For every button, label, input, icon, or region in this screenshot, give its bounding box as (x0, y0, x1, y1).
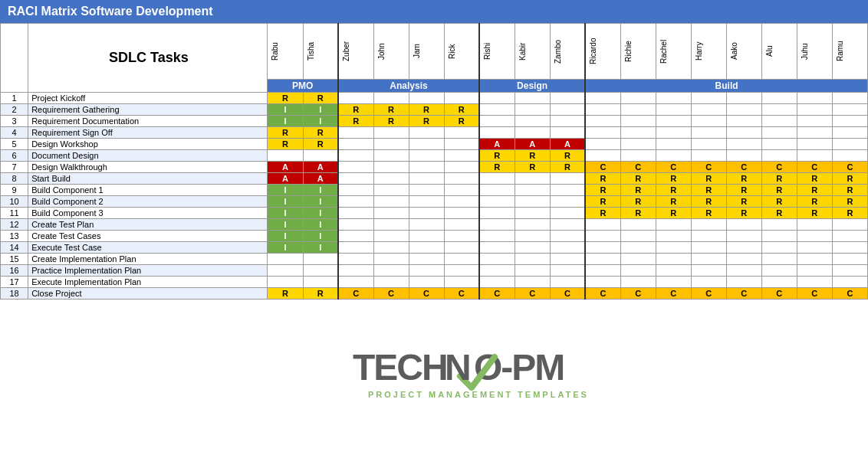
raci-cell: R (761, 208, 797, 219)
raci-cell (515, 93, 550, 104)
raci-cell (620, 139, 656, 150)
raci-cell (797, 254, 832, 265)
raci-cell (691, 277, 726, 288)
raci-cell: R (726, 208, 761, 219)
raci-cell (409, 93, 444, 104)
person-name-john: John (376, 25, 387, 78)
raci-cell: R (338, 116, 373, 127)
person-header-john: John (373, 24, 409, 80)
table-row: 16Practice Implementation Plan (1, 265, 868, 277)
raci-cell: I (268, 242, 303, 254)
raci-cell (444, 277, 479, 288)
raci-cell (338, 196, 373, 208)
raci-cell: R (515, 150, 550, 162)
person-header-rabu: Rabu (268, 24, 303, 80)
raci-cell (761, 150, 797, 162)
raci-cell (338, 219, 373, 231)
raci-cell (656, 242, 691, 254)
raci-cell (761, 254, 797, 265)
table-row: 2Requirement GatheringIIRRRR (1, 104, 868, 116)
raci-cell: R (585, 196, 620, 208)
raci-cell (691, 139, 726, 150)
raci-cell (620, 219, 656, 231)
raci-cell (409, 277, 444, 288)
raci-cell (373, 265, 409, 277)
raci-cell (515, 277, 550, 288)
raci-cell (479, 116, 515, 127)
raci-cell: A (515, 139, 550, 150)
raci-cell: R (515, 162, 550, 173)
raci-cell (515, 242, 550, 254)
task-name: Design Walkthrough (28, 162, 268, 173)
raci-cell: R (620, 208, 656, 219)
raci-cell (268, 277, 303, 288)
sdlc-tasks-label: SDLC Tasks (109, 50, 189, 65)
person-header-ramu: Ramu (832, 24, 867, 80)
raci-cell (761, 93, 797, 104)
raci-cell (761, 231, 797, 242)
raci-cell: A (479, 139, 515, 150)
task-name: Execute Test Case (28, 242, 268, 254)
raci-cell (620, 127, 656, 139)
raci-cell (515, 173, 550, 185)
table-row: 8Start BuildAARRRRRRRR (1, 173, 868, 185)
raci-cell (726, 231, 761, 242)
raci-cell: I (268, 219, 303, 231)
person-name-zuber: Zuber (340, 25, 352, 78)
raci-cell (761, 277, 797, 288)
raci-cell (268, 265, 303, 277)
raci-cell (620, 277, 656, 288)
raci-cell (373, 254, 409, 265)
raci-cell: R (761, 185, 797, 196)
raci-cell: R (303, 127, 338, 139)
row-number: 6 (1, 150, 28, 162)
raci-cell: R (585, 208, 620, 219)
task-name: Create Implementation Plan (28, 254, 268, 265)
raci-cell: R (761, 173, 797, 185)
group-header-pmo: PMO (268, 80, 338, 93)
raci-cell (726, 254, 761, 265)
raci-cell (515, 219, 550, 231)
row-number: 14 (1, 242, 28, 254)
raci-cell: R (585, 173, 620, 185)
raci-cell (832, 254, 867, 265)
task-name: Build Component 1 (28, 185, 268, 196)
raci-cell (585, 127, 620, 139)
raci-cell (409, 162, 444, 173)
raci-cell (515, 265, 550, 277)
person-header-zuber: Zuber (338, 24, 373, 80)
raci-cell: R (691, 196, 726, 208)
raci-cell: C (691, 288, 726, 300)
raci-cell: I (268, 208, 303, 219)
task-header: SDLC Tasks (28, 24, 268, 93)
raci-cell (515, 104, 550, 116)
raci-cell: R (691, 185, 726, 196)
table-row: 4Requirement Sign OffRR (1, 127, 868, 139)
raci-cell: A (303, 173, 338, 185)
raci-cell: R (444, 104, 479, 116)
raci-cell (585, 150, 620, 162)
task-name: Requirement Gathering (28, 104, 268, 116)
raci-cell (691, 254, 726, 265)
raci-cell (832, 139, 867, 150)
raci-cell (761, 219, 797, 231)
raci-cell (691, 116, 726, 127)
row-number: 18 (1, 288, 28, 300)
raci-cell (550, 196, 585, 208)
raci-cell: R (620, 185, 656, 196)
raci-cell (550, 185, 585, 196)
raci-cell (373, 127, 409, 139)
raci-cell (550, 277, 585, 288)
table-row: 11Build Component 3IIRRRRRRRR (1, 208, 868, 219)
person-header-ricardo: Ricardo (585, 24, 620, 80)
raci-cell (550, 219, 585, 231)
row-number: 8 (1, 173, 28, 185)
raci-cell: R (832, 208, 867, 219)
raci-cell: C (515, 288, 550, 300)
raci-cell (338, 127, 373, 139)
raci-cell (409, 127, 444, 139)
raci-cell (656, 265, 691, 277)
row-number: 17 (1, 277, 28, 288)
raci-cell (338, 150, 373, 162)
raci-cell (444, 185, 479, 196)
